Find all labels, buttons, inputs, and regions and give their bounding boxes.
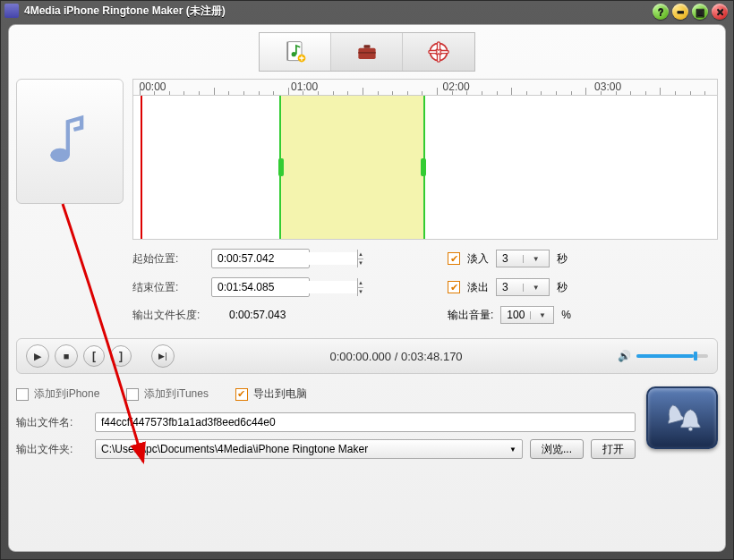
fadeout-label: 淡出 bbox=[467, 280, 489, 295]
speaker-icon[interactable]: 🔊 bbox=[618, 350, 631, 362]
checkbox-unchecked-icon: ✔ bbox=[16, 388, 29, 401]
checkbox-checked-icon: ✔ bbox=[235, 388, 248, 401]
seconds-unit: 秒 bbox=[557, 280, 568, 295]
start-pos-input[interactable]: ▲▼ bbox=[211, 249, 310, 268]
convert-button[interactable] bbox=[646, 386, 718, 449]
selection-handle-end[interactable] bbox=[421, 158, 426, 176]
end-pos-label: 结束位置: bbox=[132, 280, 204, 295]
ruler-label: 00:00 bbox=[140, 81, 166, 93]
open-button[interactable]: 打开 bbox=[591, 439, 636, 459]
stop-button[interactable]: ■ bbox=[55, 344, 78, 368]
bell-ringtone-icon bbox=[660, 395, 704, 440]
spin-down[interactable]: ▼ bbox=[358, 288, 363, 297]
selection-handle-start[interactable] bbox=[278, 158, 284, 176]
volume-combo[interactable]: 100▼ bbox=[500, 306, 554, 324]
volume-slider[interactable] bbox=[636, 354, 708, 358]
chevron-down-icon: ▼ bbox=[523, 255, 550, 263]
selection-range[interactable] bbox=[279, 96, 425, 239]
spin-up[interactable]: ▲ bbox=[358, 250, 363, 259]
percent-unit: % bbox=[561, 309, 571, 321]
output-folder-combo[interactable]: C:\Users\pc\Documents\4Media\iPhone Ring… bbox=[95, 439, 523, 459]
ruler-label: 03:00 bbox=[594, 81, 621, 93]
mark-in-button[interactable]: [ bbox=[83, 345, 105, 367]
spin-down[interactable]: ▼ bbox=[358, 259, 363, 268]
help-button[interactable]: ? bbox=[653, 4, 669, 20]
checkbox-unchecked-icon: ✔ bbox=[126, 388, 139, 401]
export-pc-option[interactable]: ✔导出到电脑 bbox=[235, 386, 307, 402]
fadeout-checkbox[interactable]: ✔ bbox=[448, 281, 460, 293]
tab-briefcase[interactable] bbox=[331, 33, 403, 71]
briefcase-icon bbox=[354, 39, 380, 64]
ruler-label: 02:00 bbox=[443, 81, 470, 93]
fadein-combo[interactable]: 3▼ bbox=[496, 250, 550, 267]
start-pos-field[interactable] bbox=[212, 252, 357, 265]
time-display: 0:00:00.000 / 0:03:48.170 bbox=[180, 350, 612, 363]
music-file-add-icon bbox=[283, 39, 308, 64]
app-icon bbox=[4, 4, 19, 18]
minimize-button[interactable]: ━ bbox=[672, 4, 688, 20]
length-label: 输出文件长度: bbox=[132, 308, 222, 323]
thumbnail bbox=[16, 79, 124, 204]
svg-point-9 bbox=[688, 427, 693, 431]
browse-button[interactable]: 浏览... bbox=[530, 439, 584, 459]
output-name-input[interactable] bbox=[95, 412, 636, 432]
svg-rect-5 bbox=[358, 52, 375, 54]
close-button[interactable]: ✕ bbox=[712, 4, 728, 20]
fadein-label: 淡入 bbox=[467, 251, 489, 267]
start-pos-label: 起始位置: bbox=[132, 251, 204, 267]
ruler: 00:00 01:00 02:00 03:00 bbox=[133, 80, 717, 96]
end-pos-field[interactable] bbox=[212, 281, 357, 293]
output-folder-label: 输出文件夹: bbox=[16, 442, 88, 457]
fadeout-combo[interactable]: 3▼ bbox=[496, 278, 550, 296]
transport-bar: ▶ ■ [ ] ▶| 0:00:00.000 / 0:03:48.170 🔊 bbox=[16, 338, 718, 374]
spin-up[interactable]: ▲ bbox=[358, 278, 363, 288]
add-itunes-option[interactable]: ✔添加到iTunes bbox=[126, 386, 209, 402]
output-name-label: 输出文件名: bbox=[16, 415, 88, 430]
chevron-down-icon: ▼ bbox=[530, 311, 553, 319]
tab-help[interactable] bbox=[403, 33, 474, 71]
play-button[interactable]: ▶ bbox=[26, 344, 49, 368]
mark-out-button[interactable]: ] bbox=[110, 345, 132, 367]
chevron-down-icon: ▼ bbox=[509, 445, 516, 454]
tab-add-music[interactable] bbox=[260, 33, 331, 71]
length-value: 0:00:57.043 bbox=[229, 309, 286, 321]
playhead[interactable] bbox=[141, 96, 142, 239]
volume-label: 输出音量: bbox=[448, 308, 493, 323]
titlebar[interactable]: 4Media iPhone Ringtone Maker (未注册) ? ━ ▣… bbox=[1, 1, 733, 21]
fadein-checkbox[interactable]: ✔ bbox=[448, 252, 460, 265]
timeline[interactable]: 00:00 01:00 02:00 03:00 bbox=[132, 79, 718, 240]
window-title: 4Media iPhone Ringtone Maker (未注册) bbox=[24, 4, 226, 19]
chevron-down-icon: ▼ bbox=[523, 284, 550, 292]
client-area: 00:00 01:00 02:00 03:00 起始位置: bbox=[8, 24, 726, 552]
svg-rect-4 bbox=[363, 45, 370, 48]
end-pos-input[interactable]: ▲▼ bbox=[211, 277, 310, 297]
add-iphone-option[interactable]: ✔添加到iPhone bbox=[16, 386, 99, 402]
tabbar bbox=[259, 32, 475, 72]
lifebuoy-icon bbox=[426, 39, 451, 64]
goto-marker-button[interactable]: ▶| bbox=[151, 344, 175, 368]
maximize-button[interactable]: ▣ bbox=[692, 4, 708, 20]
app-window: 4Media iPhone Ringtone Maker (未注册) ? ━ ▣… bbox=[0, 0, 734, 560]
music-note-icon bbox=[38, 110, 101, 173]
ruler-label: 01:00 bbox=[291, 81, 318, 93]
seconds-unit: 秒 bbox=[557, 251, 568, 267]
